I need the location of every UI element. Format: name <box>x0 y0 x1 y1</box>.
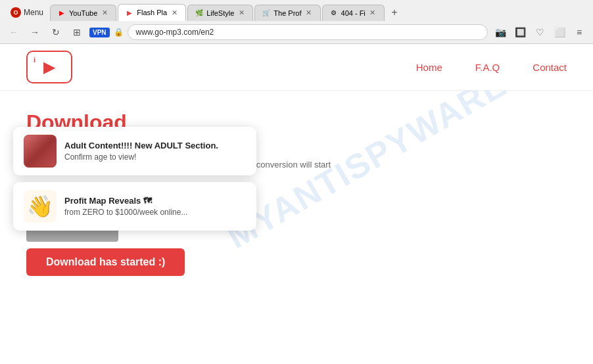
tab-404-favicon: ⚙ <box>329 9 339 18</box>
opera-menu-button[interactable]: O Menu <box>5 5 49 20</box>
tab-404-close[interactable]: ✕ <box>368 9 377 18</box>
tab-lifestyle-label: LifeStyle <box>206 9 234 17</box>
tab-youtube[interactable]: ▶ YouTube ✕ <box>50 5 116 21</box>
menu-label: Menu <box>24 8 43 17</box>
tab-404-label: 404 - Fi <box>341 9 366 17</box>
tab-youtube-close[interactable]: ✕ <box>100 9 109 18</box>
adult-notif-icon <box>24 135 57 168</box>
profit-notif-text: Profit Map Reveals 🗺 from ZERO to $1000/… <box>64 196 187 217</box>
opera-logo-icon: O <box>11 7 21 18</box>
vpn-button[interactable]: VPN <box>89 28 110 37</box>
notification-profit[interactable]: 👋 Profit Map Reveals 🗺 from ZERO to $100… <box>13 182 256 231</box>
site-header: i ▶ Home F.A.Q Contact <box>0 44 593 91</box>
tab-prof[interactable]: 🛒 The Prof ✕ <box>254 5 320 21</box>
nav-faq[interactable]: F.A.Q <box>475 62 500 73</box>
lock-icon: 🔒 <box>114 28 124 37</box>
extensions-icon2[interactable]: 🔲 <box>511 24 529 41</box>
extensions-icon: ⊞ <box>73 27 81 37</box>
adult-notif-title: Adult Content!!!! New ADULT Section. <box>64 141 218 150</box>
logo-play-icon: ▶ <box>43 58 55 76</box>
notification-adult[interactable]: Adult Content!!!! New ADULT Section. Con… <box>13 127 256 175</box>
nav-home[interactable]: Home <box>416 62 442 73</box>
adult-notif-subtitle: Confirm age to view! <box>64 152 218 162</box>
tab-lifestyle-close[interactable]: ✕ <box>237 9 246 18</box>
tab-prof-label: The Prof <box>273 9 301 17</box>
vpn-label: VPN <box>93 29 107 36</box>
site-logo[interactable]: i ▶ <box>26 51 72 83</box>
refresh-button[interactable]: ↻ <box>47 24 64 41</box>
nav-right-icons: 📷 🔲 ♡ ⬜ ≡ <box>492 24 588 41</box>
back-icon: ← <box>9 27 18 37</box>
notifications-container: Adult Content!!!! New ADULT Section. Con… <box>13 127 256 231</box>
tab-flash-label: Flash Pla <box>137 9 167 16</box>
youtube-favicon: ▶ <box>57 9 66 18</box>
adult-notif-text: Adult Content!!!! New ADULT Section. Con… <box>64 141 218 162</box>
tab-youtube-label: YouTube <box>69 9 97 17</box>
menu-icon[interactable]: ≡ <box>571 24 588 41</box>
tab-flash-close[interactable]: ✕ <box>170 8 179 17</box>
tab-flash[interactable]: ▶ Flash Pla ✕ <box>118 4 186 21</box>
refresh-icon: ↻ <box>52 27 60 37</box>
prof-favicon: 🛒 <box>262 9 271 18</box>
extensions-button[interactable]: ⊞ <box>68 24 85 41</box>
tab-404[interactable]: ⚙ 404 - Fi ✕ <box>322 5 385 21</box>
profit-notif-icon: 👋 <box>24 190 57 223</box>
profit-emoji: 👋 <box>27 194 53 219</box>
new-tab-button[interactable]: + <box>386 4 403 21</box>
nav-contact[interactable]: Contact <box>533 62 567 73</box>
camera-icon[interactable]: 📷 <box>492 24 509 41</box>
forward-button[interactable]: → <box>26 24 43 41</box>
download-btn-label: Download has started :) <box>46 256 165 267</box>
heart-icon[interactable]: ♡ <box>531 24 548 41</box>
site-content: MYANTISPYWARE.COM Download Follow those … <box>0 91 593 289</box>
site-nav: Home F.A.Q Contact <box>416 62 567 73</box>
sync-icon[interactable]: ⬜ <box>551 24 568 41</box>
tab-lifestyle[interactable]: 🌿 LifeStyle ✕ <box>187 5 253 21</box>
tab-bar: O Menu ▶ YouTube ✕ ▶ Flash Pla ✕ 🌿 LifeS… <box>0 0 593 21</box>
nav-bar: ← → ↻ ⊞ VPN 🔒 www.go-mp3.com/en2 📷 🔲 ♡ ⬜… <box>0 21 593 43</box>
back-button[interactable]: ← <box>5 24 22 41</box>
flash-favicon: ▶ <box>125 8 134 17</box>
profit-notif-subtitle: from ZERO to $1000/week online... <box>64 208 187 217</box>
adult-blurred-image <box>24 135 57 168</box>
address-text: www.go-mp3.com/en2 <box>136 28 214 37</box>
logo-i-text: i <box>34 56 36 64</box>
lifestyle-favicon: 🌿 <box>195 9 204 18</box>
tab-prof-close[interactable]: ✕ <box>304 9 314 18</box>
forward-icon: → <box>30 27 39 37</box>
browser-chrome: O Menu ▶ YouTube ✕ ▶ Flash Pla ✕ 🌿 LifeS… <box>0 0 593 44</box>
address-bar[interactable]: www.go-mp3.com/en2 <box>128 24 488 40</box>
profit-notif-title: Profit Map Reveals 🗺 <box>64 196 187 206</box>
download-button[interactable]: Download has started :) <box>26 248 185 276</box>
new-tab-icon: + <box>391 7 397 18</box>
